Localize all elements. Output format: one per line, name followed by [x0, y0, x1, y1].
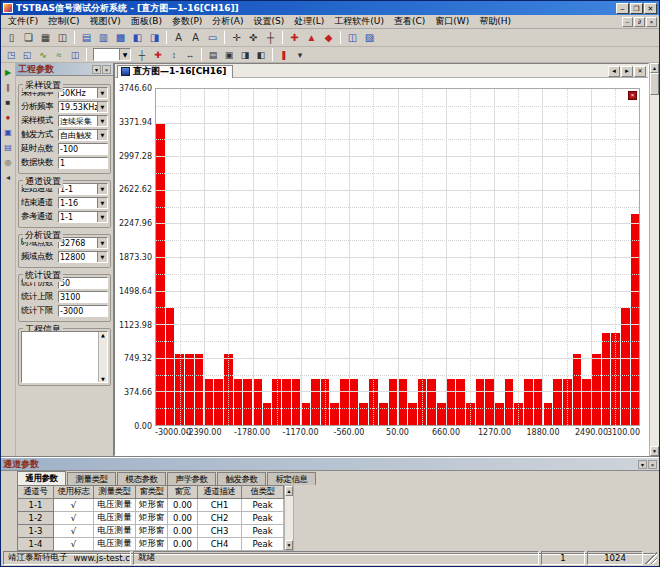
bar-15[interactable]	[292, 379, 301, 425]
bar-46[interactable]	[592, 354, 601, 425]
bar-41[interactable]	[544, 403, 553, 425]
play-icon[interactable]: ▶	[2, 66, 15, 79]
bar-16[interactable]	[301, 403, 310, 425]
bar-5[interactable]	[195, 354, 204, 425]
统计上限-input[interactable]: 3100	[58, 291, 108, 303]
dual-trace-icon[interactable]: ◫	[67, 48, 83, 62]
dual-window-icon[interactable]: ▥	[95, 30, 112, 45]
bar-11[interactable]	[253, 379, 262, 425]
table-row[interactable]: 1-2√电压测量矩形窗0.00CH2Peak	[18, 512, 284, 525]
palette-icon[interactable]: ▨	[361, 30, 378, 45]
bar-14[interactable]	[282, 379, 291, 425]
频域点数-select[interactable]: 12800▼	[58, 251, 108, 263]
bar-30[interactable]	[437, 403, 446, 425]
minimize-button[interactable]: –	[616, 3, 629, 14]
histogram-plot[interactable]: ×	[155, 88, 640, 426]
bar-29[interactable]	[427, 379, 436, 425]
bar-19[interactable]	[330, 403, 339, 425]
chevron-down-icon[interactable]: ▼	[97, 212, 107, 222]
save-icon[interactable]: ▦	[37, 30, 54, 45]
menu-item-4[interactable]: 面板(B)	[126, 15, 167, 28]
grid-cursor-icon[interactable]: ┼	[262, 30, 279, 45]
chevron-down-icon[interactable]: ▼	[97, 102, 107, 112]
zoom-vertical-icon[interactable]: ↕	[166, 48, 182, 62]
pin-icon[interactable]: ▾	[92, 65, 101, 74]
bar-10[interactable]	[243, 379, 252, 425]
menu-item-12[interactable]: 帮助(H)	[474, 15, 516, 28]
chevron-down-icon[interactable]: ▼	[97, 252, 107, 262]
统计份数-input[interactable]: 50	[58, 277, 108, 289]
tab-通用参数[interactable]: 通用参数	[17, 471, 66, 485]
stop-mark-icon[interactable]: ❚	[276, 48, 292, 62]
pause-icon[interactable]: ∥	[2, 81, 15, 94]
bar-40[interactable]	[534, 379, 543, 425]
menu-item-5[interactable]: 参数(P)	[167, 15, 207, 28]
column-header-测量类型[interactable]: 测量类型	[94, 486, 136, 499]
tab-标定信息[interactable]: 标定信息	[267, 472, 316, 485]
起始通道-select[interactable]: 1-1▼	[58, 183, 108, 195]
触发方式-select[interactable]: 自由触发▼	[58, 129, 108, 141]
bar-32[interactable]	[456, 379, 465, 425]
chevron-down-icon[interactable]: ▼	[97, 116, 107, 126]
info-scroll-down-icon[interactable]: ▼	[99, 376, 107, 382]
结束通道-select[interactable]: 1-16▼	[58, 197, 108, 209]
tab-close-icon[interactable]: ✕	[634, 66, 646, 77]
bottom-close-icon[interactable]: ×	[648, 460, 657, 469]
collapse-icon[interactable]: ◂	[2, 171, 15, 184]
column-header-使用标志[interactable]: 使用标志	[54, 486, 94, 499]
tab-prev-icon[interactable]: ◄	[608, 66, 620, 77]
plot-close-icon[interactable]: ×	[628, 91, 637, 100]
数据块数-input[interactable]: 1	[58, 157, 108, 169]
layout-quad-icon[interactable]: ◳	[3, 48, 19, 62]
延时点数-input[interactable]: -100	[58, 143, 108, 155]
panel-close-icon[interactable]: ×	[102, 65, 111, 74]
bottom-pin-icon[interactable]: ▾	[638, 460, 647, 469]
bar-47[interactable]	[602, 333, 611, 425]
column-header-窗类型[interactable]: 窗类型	[136, 486, 168, 499]
workspace-scrollbar[interactable]: ▲ ▼	[649, 63, 659, 456]
overlay-window-icon[interactable]: ◫	[344, 30, 361, 45]
bar-27[interactable]	[408, 403, 417, 425]
project-info-textarea[interactable]: ▲▼	[21, 331, 108, 383]
bar-6[interactable]	[204, 379, 213, 425]
snapshot-icon[interactable]: ▣	[2, 126, 15, 139]
bar-34[interactable]	[476, 379, 485, 425]
bar-39[interactable]	[524, 379, 533, 425]
stop-icon[interactable]: ■	[2, 96, 15, 109]
zoom-horizontal-icon[interactable]: ↔	[182, 48, 198, 62]
mdi-restore-button[interactable]: ∂	[634, 17, 645, 27]
table-scroll-track[interactable]	[285, 496, 293, 540]
统计下限-input[interactable]: -3000	[58, 305, 108, 317]
bar-35[interactable]	[485, 379, 494, 425]
split-right-window-icon[interactable]: ◨	[146, 30, 163, 45]
bar-7[interactable]	[214, 379, 223, 425]
mdi-minimize-button[interactable]: –	[622, 17, 633, 27]
menu-item-1[interactable]: 文件(F)	[3, 15, 43, 28]
分析频率-select[interactable]: 19.53KHz▼	[58, 101, 108, 113]
record-icon[interactable]: ●	[2, 111, 15, 124]
quad-window-icon[interactable]: ▩	[112, 30, 129, 45]
bar-31[interactable]	[447, 379, 456, 425]
bar-36[interactable]	[495, 403, 504, 425]
mdi-close-button[interactable]: ×	[646, 17, 657, 27]
scroll-down-icon[interactable]: ▼	[650, 446, 659, 456]
table-icon[interactable]: ▣	[221, 48, 237, 62]
table-scroll-up-icon[interactable]: ▲	[285, 486, 293, 496]
bar-50[interactable]	[631, 214, 640, 425]
close-button[interactable]: ✕	[644, 3, 657, 14]
参考通道-select[interactable]: 1-1▼	[58, 211, 108, 223]
info-scroll-up-icon[interactable]: ▲	[99, 332, 107, 338]
scroll-thumb[interactable]	[650, 73, 659, 95]
add-cursor-icon[interactable]: ✚	[150, 48, 166, 62]
menu-item-6[interactable]: 分析(A)	[207, 15, 248, 28]
search-icon[interactable]: ◎	[2, 156, 15, 169]
spectrum-icon[interactable]: ≈	[51, 48, 67, 62]
bar-9[interactable]	[234, 379, 243, 425]
bar-26[interactable]	[398, 379, 407, 425]
new-file-icon[interactable]: ▯	[3, 30, 20, 45]
bar-44[interactable]	[573, 354, 582, 425]
menu-item-7[interactable]: 设置(S)	[249, 15, 290, 28]
bar-20[interactable]	[340, 379, 349, 425]
resize-grip[interactable]	[645, 552, 657, 564]
menu-item-2[interactable]: 控制(C)	[43, 15, 84, 28]
